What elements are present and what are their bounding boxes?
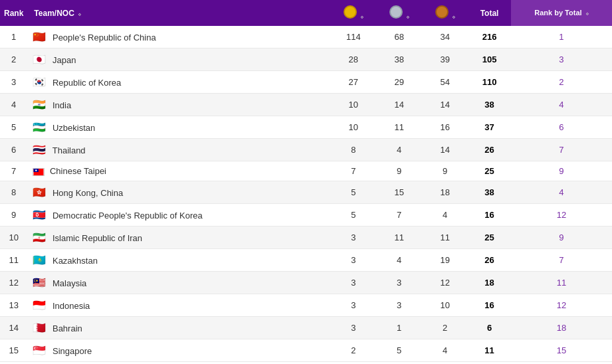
total-cell: 38 bbox=[468, 94, 511, 116]
silver-cell: 4 bbox=[376, 249, 422, 272]
bronze-cell: 34 bbox=[422, 26, 468, 48]
total-cell: 105 bbox=[468, 48, 511, 71]
gold-cell: 5 bbox=[330, 204, 376, 227]
rank-by-total-cell: 4 bbox=[511, 94, 612, 116]
silver-cell: 29 bbox=[376, 71, 422, 94]
gold-cell: 28 bbox=[330, 48, 376, 71]
team-sort-icon: ⬦ bbox=[78, 11, 81, 17]
bronze-sort-icon: ⬦ bbox=[452, 13, 455, 20]
total-cell: 25 bbox=[468, 161, 511, 181]
total-cell: 216 bbox=[468, 26, 511, 48]
rank-by-total-cell: 12 bbox=[511, 204, 612, 227]
rank-cell: 1 bbox=[0, 26, 27, 48]
rank-cell: 3 bbox=[0, 71, 27, 94]
team-name: Uzbekistan bbox=[52, 123, 95, 133]
gold-cell: 2 bbox=[330, 339, 376, 362]
team-name: Malaysia bbox=[52, 278, 86, 288]
rank-cell: 9 bbox=[0, 204, 27, 227]
table-row: 7 Chinese Taipei 7 9 9 25 9 bbox=[0, 161, 612, 181]
bronze-cell: 16 bbox=[422, 116, 468, 139]
rank-cell: 11 bbox=[0, 249, 27, 272]
total-cell: 16 bbox=[468, 204, 511, 227]
team-name: Thailand bbox=[52, 145, 86, 155]
table-row: 12 🇲🇾 Malaysia 3 3 12 18 11 bbox=[0, 272, 612, 294]
total-header-label: Total bbox=[480, 9, 499, 18]
rank-by-total-cell: 1 bbox=[511, 26, 612, 48]
rank-cell: 2 bbox=[0, 48, 27, 71]
rank-cell: 5 bbox=[0, 116, 27, 139]
silver-cell: 3 bbox=[376, 272, 422, 294]
total-cell: 6 bbox=[468, 317, 511, 339]
bronze-cell: 10 bbox=[422, 294, 468, 317]
silver-sort-icon: ⬦ bbox=[406, 13, 409, 20]
team-noc-header[interactable]: Team/NOC ⬦ bbox=[27, 0, 330, 26]
table-row: 13 🇮🇩 Indonesia 3 3 10 16 12 bbox=[0, 294, 612, 317]
table-row: 4 🇮🇳 India 10 14 14 38 4 bbox=[0, 94, 612, 116]
team-cell: 🇺🇿 Uzbekistan bbox=[27, 116, 330, 139]
total-cell: 18 bbox=[468, 272, 511, 294]
rank-header-label: Rank bbox=[4, 9, 23, 18]
team-name: Islamic Republic of Iran bbox=[52, 233, 142, 243]
rank-by-total-header[interactable]: Rank by Total ⬦ bbox=[511, 0, 612, 26]
flag-icon: 🇰🇷 bbox=[33, 76, 46, 88]
flag-icon: 🇰🇵 bbox=[33, 209, 46, 221]
bronze-cell: 18 bbox=[422, 181, 468, 204]
bronze-cell: 2 bbox=[422, 317, 468, 339]
rank-cell: 10 bbox=[0, 227, 27, 249]
rank-header[interactable]: Rank bbox=[0, 0, 27, 26]
total-cell: 38 bbox=[468, 181, 511, 204]
rank-by-total-sort-icon: ⬦ bbox=[585, 10, 589, 17]
team-name: Japan bbox=[52, 55, 76, 65]
gold-medal-header[interactable]: ⬦ bbox=[330, 0, 376, 26]
team-cell: 🇲🇾 Malaysia bbox=[27, 272, 330, 294]
gold-medal-icon bbox=[344, 5, 357, 19]
bronze-cell: 9 bbox=[422, 161, 468, 181]
team-cell: 🇭🇰 Hong Kong, China bbox=[27, 181, 330, 204]
silver-cell: 9 bbox=[376, 161, 422, 181]
flag-icon: 🇯🇵 bbox=[33, 54, 46, 65]
table-row: 5 🇺🇿 Uzbekistan 10 11 16 37 6 bbox=[0, 116, 612, 139]
flag-icon: 🇮🇳 bbox=[33, 99, 46, 110]
medal-table: Rank Team/NOC ⬦ ⬦ ⬦ ⬦ bbox=[0, 0, 612, 362]
flag-icon: 🇮🇩 bbox=[33, 300, 46, 311]
rank-cell: 6 bbox=[0, 139, 27, 161]
bronze-cell: 14 bbox=[422, 94, 468, 116]
silver-cell: 7 bbox=[376, 204, 422, 227]
bronze-medal-icon bbox=[435, 5, 449, 19]
silver-cell: 1 bbox=[376, 317, 422, 339]
gold-cell: 3 bbox=[330, 317, 376, 339]
team-name: Republic of Korea bbox=[52, 78, 121, 88]
table-row: 15 🇸🇬 Singapore 2 5 4 11 15 bbox=[0, 339, 612, 362]
total-cell: 26 bbox=[468, 139, 511, 161]
silver-cell: 3 bbox=[376, 294, 422, 317]
gold-sort-icon: ⬦ bbox=[360, 13, 363, 20]
bronze-medal-header[interactable]: ⬦ bbox=[422, 0, 468, 26]
rank-by-total-cell: 12 bbox=[511, 294, 612, 317]
total-header[interactable]: Total bbox=[468, 0, 511, 26]
table-row: 6 🇹🇭 Thailand 8 4 14 26 7 bbox=[0, 139, 612, 161]
flag-icon: 🇰🇿 bbox=[33, 254, 46, 266]
silver-medal-header[interactable]: ⬦ bbox=[376, 0, 422, 26]
silver-cell: 15 bbox=[376, 181, 422, 204]
team-name: Singapore bbox=[52, 346, 92, 356]
team-name: People's Republic of China bbox=[52, 33, 156, 43]
table-row: 2 🇯🇵 Japan 28 38 39 105 3 bbox=[0, 48, 612, 71]
rank-cell: 8 bbox=[0, 181, 27, 204]
gold-cell: 3 bbox=[330, 294, 376, 317]
rank-by-total-cell: 15 bbox=[511, 339, 612, 362]
gold-cell: 10 bbox=[330, 94, 376, 116]
team-name: Democratic People's Republic of Korea bbox=[52, 211, 203, 221]
rank-cell: 4 bbox=[0, 94, 27, 116]
table-row: 14 🇧🇭 Bahrain 3 1 2 6 18 bbox=[0, 317, 612, 339]
team-name: Hong Kong, China bbox=[52, 188, 123, 198]
team-cell: 🇰🇵 Democratic People's Republic of Korea bbox=[27, 204, 330, 227]
bronze-cell: 4 bbox=[422, 204, 468, 227]
silver-cell: 4 bbox=[376, 139, 422, 161]
bronze-cell: 39 bbox=[422, 48, 468, 71]
rank-by-total-cell: 9 bbox=[511, 227, 612, 249]
bronze-cell: 11 bbox=[422, 227, 468, 249]
rank-by-total-cell: 9 bbox=[511, 161, 612, 181]
bronze-cell: 14 bbox=[422, 139, 468, 161]
rank-cell: 12 bbox=[0, 272, 27, 294]
silver-cell: 11 bbox=[376, 116, 422, 139]
